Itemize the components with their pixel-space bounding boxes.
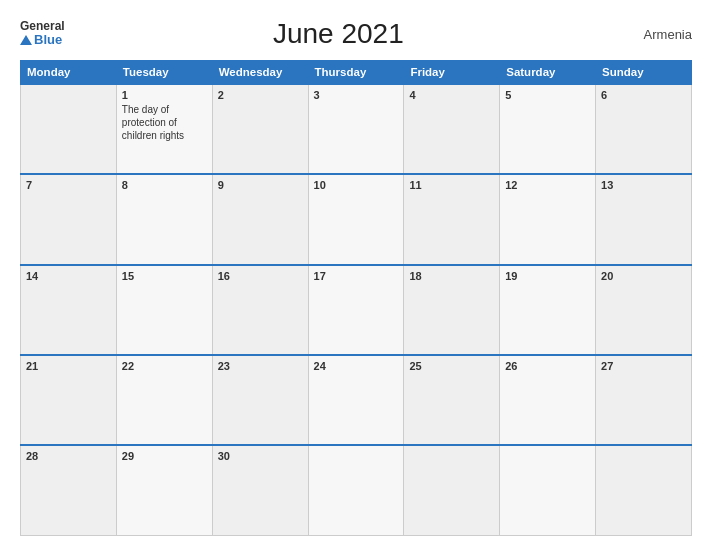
day-number: 21 (26, 360, 111, 372)
logo: General Blue (20, 20, 65, 47)
calendar-table: Monday Tuesday Wednesday Thursday Friday… (20, 60, 692, 536)
calendar-cell: 13 (596, 174, 692, 264)
page: General Blue June 2021 Armenia Monday Tu… (0, 0, 712, 550)
calendar-cell: 5 (500, 84, 596, 174)
day-number: 27 (601, 360, 686, 372)
calendar-cell: 18 (404, 265, 500, 355)
day-number: 30 (218, 450, 303, 462)
calendar-cell: 12 (500, 174, 596, 264)
day-number: 24 (314, 360, 399, 372)
day-number: 23 (218, 360, 303, 372)
calendar-cell (596, 445, 692, 535)
day-number: 10 (314, 179, 399, 191)
day-number: 1 (122, 89, 207, 101)
calendar-cell: 27 (596, 355, 692, 445)
calendar-cell: 6 (596, 84, 692, 174)
day-number: 13 (601, 179, 686, 191)
calendar-cell (308, 445, 404, 535)
day-number: 6 (601, 89, 686, 101)
day-number: 5 (505, 89, 590, 101)
calendar-cell: 8 (116, 174, 212, 264)
day-number: 4 (409, 89, 494, 101)
calendar-cell (21, 84, 117, 174)
col-wednesday: Wednesday (212, 61, 308, 85)
day-number: 2 (218, 89, 303, 101)
day-number: 8 (122, 179, 207, 191)
calendar-cell: 16 (212, 265, 308, 355)
calendar-cell: 11 (404, 174, 500, 264)
calendar-title: June 2021 (65, 18, 612, 50)
day-number: 15 (122, 270, 207, 282)
calendar-cell: 23 (212, 355, 308, 445)
calendar-row-5: 282930 (21, 445, 692, 535)
calendar-cell: 4 (404, 84, 500, 174)
day-number: 18 (409, 270, 494, 282)
day-number: 12 (505, 179, 590, 191)
country-label: Armenia (612, 27, 692, 42)
calendar-row-4: 21222324252627 (21, 355, 692, 445)
day-number: 20 (601, 270, 686, 282)
calendar-row-3: 14151617181920 (21, 265, 692, 355)
calendar-cell: 21 (21, 355, 117, 445)
col-friday: Friday (404, 61, 500, 85)
day-number: 19 (505, 270, 590, 282)
calendar-cell (500, 445, 596, 535)
day-number: 29 (122, 450, 207, 462)
day-number: 9 (218, 179, 303, 191)
col-sunday: Sunday (596, 61, 692, 85)
col-saturday: Saturday (500, 61, 596, 85)
calendar-cell (404, 445, 500, 535)
calendar-cell: 3 (308, 84, 404, 174)
calendar-cell: 1The day of protection of children right… (116, 84, 212, 174)
day-number: 22 (122, 360, 207, 372)
logo-blue-text: Blue (20, 33, 65, 47)
day-number: 3 (314, 89, 399, 101)
calendar-cell: 20 (596, 265, 692, 355)
col-tuesday: Tuesday (116, 61, 212, 85)
day-number: 28 (26, 450, 111, 462)
calendar-cell: 10 (308, 174, 404, 264)
calendar-cell: 29 (116, 445, 212, 535)
calendar-cell: 30 (212, 445, 308, 535)
calendar-cell: 2 (212, 84, 308, 174)
calendar-cell: 26 (500, 355, 596, 445)
day-number: 17 (314, 270, 399, 282)
header: General Blue June 2021 Armenia (20, 18, 692, 50)
col-thursday: Thursday (308, 61, 404, 85)
calendar-cell: 22 (116, 355, 212, 445)
calendar-cell: 24 (308, 355, 404, 445)
calendar-row-2: 78910111213 (21, 174, 692, 264)
calendar-cell: 7 (21, 174, 117, 264)
calendar-cell: 14 (21, 265, 117, 355)
calendar-cell: 28 (21, 445, 117, 535)
calendar-cell: 19 (500, 265, 596, 355)
calendar-cell: 17 (308, 265, 404, 355)
calendar-header-row: Monday Tuesday Wednesday Thursday Friday… (21, 61, 692, 85)
calendar-cell: 25 (404, 355, 500, 445)
day-number: 16 (218, 270, 303, 282)
day-number: 25 (409, 360, 494, 372)
day-event: The day of protection of children rights (122, 104, 184, 141)
calendar-row-1: 1The day of protection of children right… (21, 84, 692, 174)
day-number: 11 (409, 179, 494, 191)
calendar-cell: 9 (212, 174, 308, 264)
logo-triangle-icon (20, 35, 32, 45)
day-number: 26 (505, 360, 590, 372)
logo-blue-label: Blue (34, 33, 62, 47)
calendar-body: 1The day of protection of children right… (21, 84, 692, 536)
calendar-cell: 15 (116, 265, 212, 355)
col-monday: Monday (21, 61, 117, 85)
day-number: 7 (26, 179, 111, 191)
day-number: 14 (26, 270, 111, 282)
